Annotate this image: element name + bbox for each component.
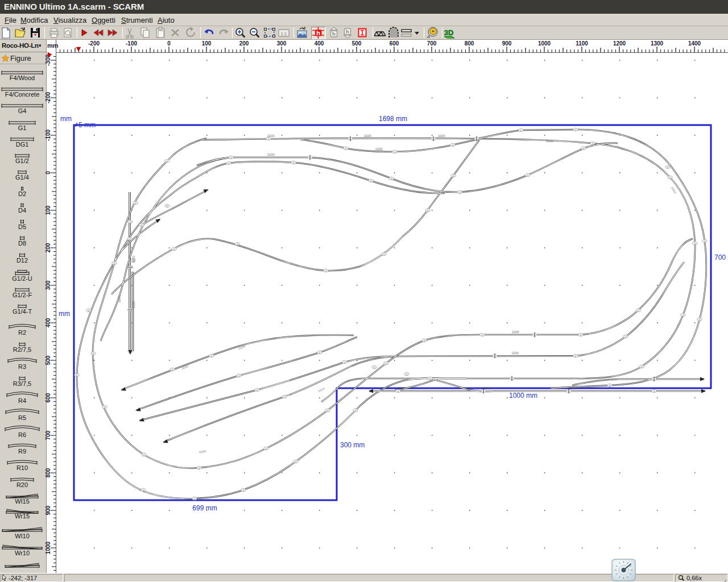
svg-text:22203: 22203 bbox=[438, 135, 445, 138]
svg-text:22203: 22203 bbox=[364, 135, 371, 138]
svg-text:mm: mm bbox=[59, 310, 70, 318]
svg-text:22203: 22203 bbox=[375, 148, 383, 151]
svg-text:22203: 22203 bbox=[132, 301, 135, 309]
svg-text:100: 100 bbox=[45, 205, 51, 215]
svg-text:22222: 22222 bbox=[671, 186, 677, 194]
svg-text:22223: 22223 bbox=[198, 450, 206, 454]
svg-text:1698 mm: 1698 mm bbox=[379, 115, 407, 123]
svg-text:900: 900 bbox=[45, 505, 51, 515]
svg-text:300: 300 bbox=[277, 40, 287, 47]
svg-text:300: 300 bbox=[45, 280, 51, 290]
svg-text:1000: 1000 bbox=[45, 541, 51, 554]
svg-text:22205: 22205 bbox=[398, 387, 406, 390]
svg-text:1300: 1300 bbox=[651, 40, 664, 47]
svg-text:-200: -200 bbox=[88, 40, 100, 47]
svg-text:1400: 1400 bbox=[688, 40, 701, 47]
svg-text:700: 700 bbox=[714, 253, 726, 261]
svg-text:22205: 22205 bbox=[512, 331, 519, 334]
svg-text:200: 200 bbox=[45, 243, 51, 252]
svg-text:800: 800 bbox=[45, 468, 51, 477]
svg-text:699 mm: 699 mm bbox=[192, 504, 217, 512]
svg-text:700: 700 bbox=[45, 430, 51, 440]
svg-text:22224: 22224 bbox=[181, 364, 189, 370]
svg-text:1000: 1000 bbox=[538, 40, 551, 47]
svg-text:22205: 22205 bbox=[483, 387, 491, 390]
svg-text:300 mm: 300 mm bbox=[340, 441, 365, 449]
svg-text:700: 700 bbox=[427, 40, 437, 47]
svg-text:1000 mm: 1000 mm bbox=[509, 392, 537, 400]
svg-text:1200: 1200 bbox=[613, 40, 626, 47]
svg-text:0: 0 bbox=[167, 40, 171, 47]
svg-text:200: 200 bbox=[239, 40, 249, 47]
svg-text:mm: mm bbox=[60, 115, 72, 123]
svg-text:-100: -100 bbox=[126, 40, 137, 47]
svg-text:-100: -100 bbox=[45, 130, 51, 141]
svg-text:1100: 1100 bbox=[576, 40, 588, 47]
svg-text:400: 400 bbox=[45, 318, 51, 327]
svg-text:22265: 22265 bbox=[569, 387, 576, 390]
svg-text:500: 500 bbox=[45, 355, 51, 365]
svg-text:22223: 22223 bbox=[317, 387, 325, 393]
svg-text:22203: 22203 bbox=[546, 140, 553, 143]
svg-text:5 mm: 5 mm bbox=[78, 121, 96, 129]
svg-text:400: 400 bbox=[315, 40, 324, 47]
svg-text:22203: 22203 bbox=[132, 256, 135, 263]
svg-text:600: 600 bbox=[390, 40, 399, 47]
svg-text:900: 900 bbox=[502, 40, 512, 47]
svg-text:22203: 22203 bbox=[267, 135, 275, 138]
svg-text:800: 800 bbox=[465, 40, 474, 47]
svg-text:100: 100 bbox=[202, 40, 212, 47]
svg-text:-200: -200 bbox=[45, 92, 51, 103]
svg-text:22203: 22203 bbox=[118, 296, 121, 303]
svg-text:22203: 22203 bbox=[267, 153, 275, 156]
svg-text:600: 600 bbox=[45, 393, 51, 402]
svg-text:500: 500 bbox=[352, 40, 362, 47]
svg-text:0: 0 bbox=[45, 171, 51, 174]
svg-text:22261: 22261 bbox=[512, 352, 519, 355]
